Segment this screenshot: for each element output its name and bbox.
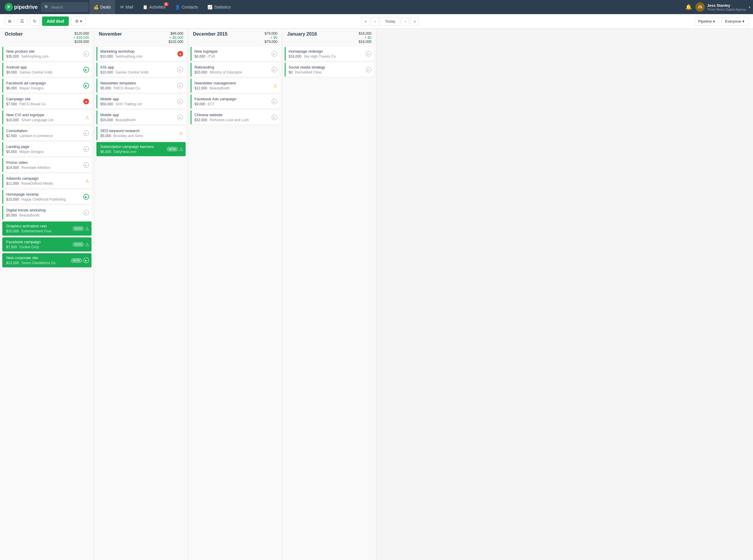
deal-card[interactable]: Subscription campaign banners $6,000 Dai… <box>97 142 185 156</box>
everyone-selector[interactable]: Everyone ▾ <box>721 17 748 25</box>
deal-card[interactable]: Homepage revamp $15,000 Happy Childhood … <box>2 190 92 204</box>
deal-card[interactable]: Facebook Ads campaign $9,000 ECT ▶ <box>191 95 280 108</box>
deal-action-icons: ▶ <box>83 67 89 73</box>
avatar: JS <box>695 2 705 12</box>
deal-amount: $16,000 <box>100 118 113 122</box>
notifications-bell-icon[interactable]: 🔔 <box>685 4 692 10</box>
deal-card[interactable]: SEO keyword research $5,000 Brockley and… <box>97 126 185 140</box>
deal-card[interactable]: Promo video $14,000 Riverdale Athletics … <box>2 158 92 172</box>
deal-card[interactable]: iOS app $10,000 Games Central Unltd ▶ <box>97 63 185 77</box>
deal-org: Mayan Designs <box>19 150 44 154</box>
contacts-icon: 👤 <box>175 5 180 9</box>
kanban-board: October $120,000 + $39,500 $159,500 New … <box>0 28 753 560</box>
activity-gray-icon: ▶ <box>177 67 183 73</box>
search-box[interactable]: 🔍 Search <box>41 2 88 12</box>
search-icon: 🔍 <box>44 5 49 9</box>
statistics-icon: 📈 <box>207 5 212 9</box>
prev-arrow-button[interactable]: ‹ <box>371 17 379 25</box>
deal-card[interactable]: New CVI and logotype $10,000 Smart Langu… <box>2 110 92 124</box>
refresh-button[interactable]: ↻ <box>30 17 40 25</box>
deal-title: Chinese website <box>194 113 277 117</box>
kanban-view-button[interactable]: ⊞ <box>5 17 15 25</box>
deal-card[interactable]: Digital trends workshop $5,000 BeautyBoo… <box>2 205 92 220</box>
list-view-button[interactable]: ☰ <box>17 17 27 25</box>
toolbar: ⊞ ☰ ↻ Add deal ⚙ ▾ « ‹ Today › » Pipelin… <box>0 14 753 28</box>
deal-card[interactable]: Graphics animation reel $20,000 Entertai… <box>2 221 92 236</box>
deal-card[interactable]: Facebook ad campaign $6,000 Mayan Design… <box>2 79 92 93</box>
deal-card[interactable]: Chinese website $32,000 Perfumes Luxe an… <box>191 110 280 124</box>
cards-october: New product site $35,000 SellAnything.co… <box>0 45 94 560</box>
deal-meta: $20,000 Ministry of Education <box>194 70 277 75</box>
nav-deals[interactable]: 💰 Deals <box>90 0 115 14</box>
first-arrow-button[interactable]: « <box>361 17 370 25</box>
deal-action-icons: ▶ <box>83 162 89 168</box>
deal-title: New product site <box>6 49 88 54</box>
deal-card[interactable]: Marketing workshop $10,000 SellAnything.… <box>97 47 185 61</box>
deal-card[interactable]: Mobile app $16,000 BeautyBooth ▶ <box>97 110 185 124</box>
deal-meta: $35,000 SellAnything.com <box>6 55 88 59</box>
won-badge: WON <box>71 258 82 263</box>
deal-card[interactable]: New logotype $6,000 ITV8 ▶ <box>191 47 280 61</box>
next-arrow-button[interactable]: › <box>401 17 409 25</box>
deal-card[interactable]: Mobile app $50,000 GHX Trading Ltd ▶ <box>97 95 185 108</box>
deal-title: iOS app <box>100 65 183 69</box>
column-title-october: October <box>5 32 23 37</box>
deal-org: SellAnything.com <box>21 55 48 59</box>
add-deal-button[interactable]: Add deal <box>42 17 69 26</box>
deal-org: SellAnything.com <box>115 55 143 59</box>
deal-card[interactable]: Consultation $2,500 Lambert e-commerce ▶ <box>2 126 92 140</box>
deal-card[interactable]: Android app $9,000 Games Central Unltd ▶ <box>2 63 92 77</box>
deal-amount: $10,000 <box>100 55 113 59</box>
deal-title: Mobile app <box>100 97 183 101</box>
deal-title: Newsletter management <box>194 81 277 85</box>
deal-action-icons: ⚠ <box>85 178 89 184</box>
nav-contacts[interactable]: 👤 Contacts <box>171 0 202 14</box>
deal-meta: $14,000 Riverdale Athletics <box>6 165 88 170</box>
nav-statistics[interactable]: 📈 Statistics <box>203 0 235 14</box>
deal-card[interactable]: Landing page $5,000 Mayan Designs ▶ <box>2 142 92 156</box>
won-badge: WON <box>73 242 84 247</box>
settings-button[interactable]: ⚙ ▾ <box>71 17 86 25</box>
activity-gray-icon: ▶ <box>177 83 183 88</box>
deal-card[interactable]: Homepage redesign $16,000 Sky High Trave… <box>285 47 374 61</box>
logo-text: pipedrive <box>14 4 38 10</box>
cards-november: Marketing workshop $10,000 SellAnything.… <box>94 45 188 560</box>
deal-action-icons: ⚠ <box>85 115 89 120</box>
deal-meta: $5,000 FMCG Bread Co. <box>100 86 183 90</box>
deal-amount: $6,000 <box>6 86 17 90</box>
deal-card[interactable]: New corporate site $12,000 Seven Dandeli… <box>2 253 92 267</box>
activity-gray-icon: ▶ <box>83 146 89 152</box>
deal-title: Digital trends workshop <box>6 208 88 212</box>
activity-gray-icon: ▶ <box>83 162 89 168</box>
deal-card[interactable]: Adwords campaign $11,000 RaiseDaRoof Med… <box>2 174 92 188</box>
today-button[interactable]: Today <box>380 17 400 25</box>
last-arrow-button[interactable]: » <box>410 17 419 25</box>
deal-action-icons: WON⚠ <box>73 226 89 232</box>
deal-action-icons: ▶ <box>272 115 277 120</box>
deal-amount: $20,000 <box>6 229 19 233</box>
deal-org: BeautyBooth <box>19 213 40 217</box>
deal-meta: $15,000 Happy Childhood Publishing <box>6 197 88 201</box>
activities-icon: 📋 <box>143 5 148 9</box>
pipeline-selector[interactable]: Pipeline ▾ <box>694 17 719 25</box>
deal-amount: $9,000 <box>194 102 205 106</box>
deal-card[interactable]: Social media strategy $0 DermaWell Clini… <box>285 63 374 77</box>
deal-card[interactable]: Campaign site $7,500 FMCG Bread Co. ● <box>2 95 92 108</box>
deal-card[interactable]: Newsletter management $12,000 BeautyBoot… <box>191 79 280 93</box>
won-badge: WON <box>167 147 178 152</box>
deal-card[interactable]: New product site $35,000 SellAnything.co… <box>2 47 92 61</box>
logo[interactable]: P pipedrive <box>2 3 40 11</box>
won-badge: WON <box>73 226 84 231</box>
nav-activities[interactable]: 📋 Activities 5 <box>139 0 170 14</box>
deal-meta: $50,000 GHX Trading Ltd <box>100 102 183 106</box>
deal-card[interactable]: Facebook campaign $7,500 Cookie Corp WON… <box>2 237 92 252</box>
deal-action-icons: ▶ <box>177 99 183 104</box>
column-header-november: November $96,000 + $6,000 $102,000 <box>94 28 188 45</box>
user-menu[interactable]: JS Jess Stanley Three Bears Digital Agen… <box>695 2 751 12</box>
nav-mail[interactable]: ✉ Mail <box>116 0 137 14</box>
deal-org: Riverdale Athletics <box>21 165 50 170</box>
deal-meta: $32,000 Perfumes Luxe and Lush <box>194 118 277 122</box>
everyone-label: Everyone <box>725 19 741 23</box>
deal-card[interactable]: Newsletter templates $5,000 FMCG Bread C… <box>97 79 185 93</box>
deal-card[interactable]: Rebranding $20,000 Ministry of Education… <box>191 63 280 77</box>
